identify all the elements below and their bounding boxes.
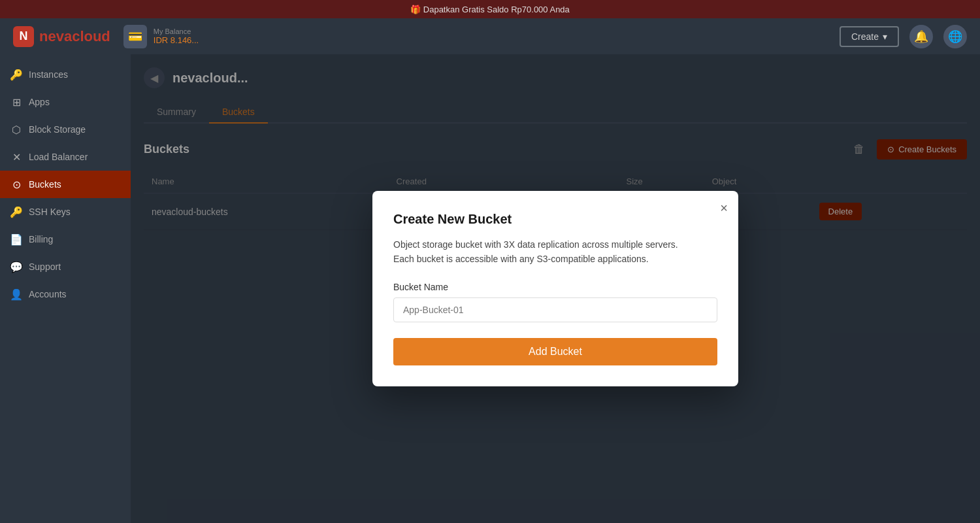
modal-close-button[interactable]: × <box>720 201 728 214</box>
sidebar-item-billing[interactable]: 📄 Billing <box>0 226 131 253</box>
sidebar-label-billing: Billing <box>29 234 53 245</box>
sidebar-label-block-storage: Block Storage <box>29 124 86 135</box>
sidebar-item-block-storage[interactable]: ⬡ Block Storage <box>0 116 131 143</box>
key-icon: 🔑 <box>10 69 22 80</box>
sidebar: 🔑 Instances ⊞ Apps ⬡ Block Storage ✕ Loa… <box>0 54 131 523</box>
main-layout: 🔑 Instances ⊞ Apps ⬡ Block Storage ✕ Loa… <box>0 54 980 523</box>
block-storage-icon: ⬡ <box>10 124 22 135</box>
balance-icon: 💳 <box>123 25 147 48</box>
chevron-down-icon: ▾ <box>883 31 887 42</box>
header: N nevacloud 💳 My Balance IDR 8.146... Cr… <box>0 18 980 54</box>
notification-icon[interactable]: 🔔 <box>909 25 933 48</box>
create-button-label: Create <box>851 31 879 42</box>
modal-description-2: Each bucket is accessible with any S3-co… <box>393 254 649 264</box>
sidebar-item-load-balancer[interactable]: ✕ Load Balancer <box>0 143 131 171</box>
load-balancer-icon: ✕ <box>10 151 22 163</box>
sidebar-item-support[interactable]: 💬 Support <box>0 253 131 280</box>
balance-section: 💳 My Balance IDR 8.146... <box>123 25 199 48</box>
sidebar-item-accounts[interactable]: 👤 Accounts <box>0 280 131 308</box>
sidebar-label-load-balancer: Load Balancer <box>29 152 88 162</box>
sidebar-label-support: Support <box>29 262 61 272</box>
create-bucket-modal: × Create New Bucket Object storage bucke… <box>372 191 738 387</box>
bucket-name-input[interactable] <box>393 297 717 322</box>
accounts-icon: 👤 <box>10 288 22 300</box>
logo-icon: N <box>13 26 34 47</box>
sidebar-label-apps: Apps <box>29 97 50 107</box>
ssh-icon: 🔑 <box>10 206 22 218</box>
close-icon: × <box>720 201 728 215</box>
sidebar-item-object-storage[interactable]: ⊙ Buckets <box>0 171 131 198</box>
sidebar-item-apps[interactable]: ⊞ Apps <box>0 88 131 116</box>
object-storage-icon: ⊙ <box>10 178 22 190</box>
modal-overlay[interactable]: × Create New Bucket Object storage bucke… <box>131 54 980 523</box>
create-button[interactable]: Create ▾ <box>840 26 899 47</box>
balance-label: My Balance <box>154 27 199 35</box>
sidebar-label-ssh-keys: SSH Keys <box>29 207 71 217</box>
add-bucket-label: Add Bucket <box>529 346 582 357</box>
content-area: ◀ nevacloud... Summary Buckets Buckets 🗑… <box>131 54 980 523</box>
header-right: Create ▾ 🔔 🌐 <box>840 25 967 48</box>
modal-description-1: Object storage bucket with 3X data repli… <box>393 239 678 250</box>
banner-text: 🎁 Dapatkan Gratis Saldo Rp70.000 Anda <box>410 5 570 14</box>
globe-icon[interactable]: 🌐 <box>943 25 967 48</box>
logo-text: nevacloud <box>39 28 110 45</box>
support-icon: 💬 <box>10 261 22 273</box>
modal-title: Create New Bucket <box>393 212 717 227</box>
billing-icon: 📄 <box>10 233 22 245</box>
sidebar-item-instances[interactable]: 🔑 Instances <box>0 61 131 88</box>
bucket-name-label: Bucket Name <box>393 282 717 292</box>
sidebar-item-ssh-keys[interactable]: 🔑 SSH Keys <box>0 198 131 226</box>
sidebar-label-accounts: Accounts <box>29 289 67 299</box>
top-banner: 🎁 Dapatkan Gratis Saldo Rp70.000 Anda <box>0 0 980 18</box>
sidebar-label-instances: Instances <box>29 69 68 80</box>
balance-value: IDR 8.146... <box>154 35 199 45</box>
add-bucket-button[interactable]: Add Bucket <box>393 338 717 365</box>
modal-description: Object storage bucket with 3X data repli… <box>393 237 717 267</box>
sidebar-label-object-storage: Buckets <box>29 179 61 190</box>
logo: N nevacloud <box>13 26 110 47</box>
apps-icon: ⊞ <box>10 96 22 108</box>
